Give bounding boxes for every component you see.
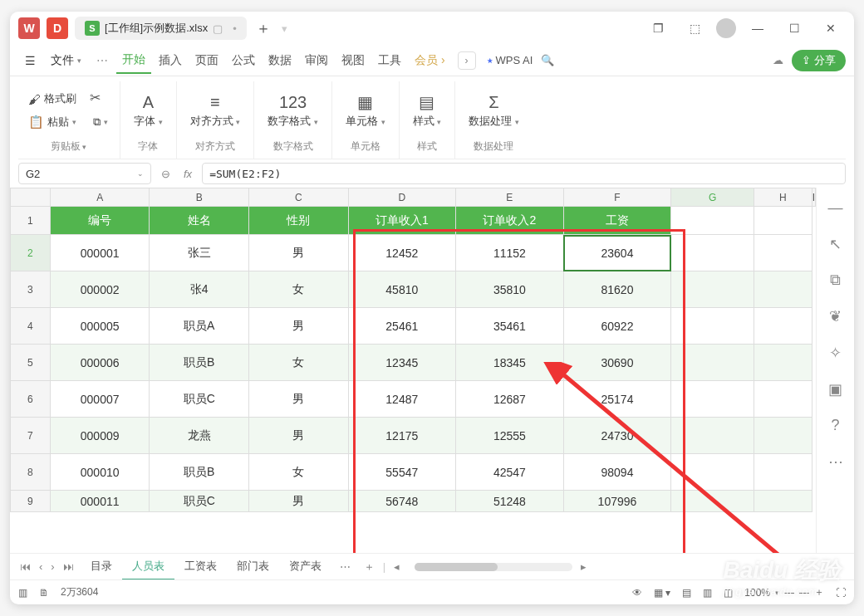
menu-审阅[interactable]: 审阅 bbox=[299, 48, 334, 73]
horizontal-scrollbar[interactable] bbox=[415, 563, 572, 571]
cloud-upload-icon[interactable]: ☁ bbox=[773, 54, 783, 66]
table-header-cell[interactable]: 订单收入1 bbox=[348, 207, 456, 235]
row-header-1[interactable]: 1 bbox=[11, 207, 51, 235]
sidepanel-cursor-icon[interactable]: ↖ bbox=[829, 235, 842, 253]
cell[interactable]: 男 bbox=[248, 381, 348, 418]
new-tab-button[interactable]: ＋ bbox=[253, 18, 273, 38]
cell[interactable]: 职员A bbox=[150, 308, 249, 345]
cell[interactable]: 男 bbox=[248, 235, 348, 271]
menu-开始[interactable]: 开始 bbox=[116, 47, 151, 74]
cell[interactable]: 000006 bbox=[50, 345, 150, 381]
cell[interactable]: 81620 bbox=[563, 271, 671, 308]
fx-icon[interactable]: fx bbox=[180, 168, 195, 180]
status-view1-icon[interactable]: ▤ bbox=[682, 587, 691, 599]
box-icon[interactable]: ⬚ bbox=[680, 17, 709, 40]
sheet-scroll-right[interactable]: ▸ bbox=[576, 560, 592, 573]
paste-button[interactable]: 📋粘贴▾ bbox=[25, 113, 80, 131]
col-header-I[interactable]: I bbox=[812, 188, 815, 207]
row-header-4[interactable]: 4 bbox=[11, 308, 51, 345]
cell[interactable]: 职员B bbox=[150, 454, 249, 491]
number-button[interactable]: 123数字格式 ▾ bbox=[263, 91, 323, 130]
sheet-nav-prev[interactable]: ‹ bbox=[36, 559, 46, 574]
search-icon[interactable]: 🔍 bbox=[541, 54, 554, 66]
sidepanel-book-icon[interactable]: ▣ bbox=[828, 380, 842, 398]
select-all-corner[interactable] bbox=[11, 188, 51, 207]
wps-logo-icon[interactable]: W bbox=[18, 17, 40, 39]
row-header-5[interactable]: 5 bbox=[11, 345, 51, 381]
cell[interactable]: 000011 bbox=[50, 491, 150, 512]
cancel-formula-icon[interactable]: ⊖ bbox=[158, 168, 174, 180]
cell[interactable]: 男 bbox=[248, 418, 348, 454]
cell[interactable]: 18345 bbox=[456, 345, 564, 381]
close-button[interactable]: ✕ bbox=[816, 17, 846, 40]
sidepanel-minus-icon[interactable]: — bbox=[828, 199, 843, 217]
cell[interactable]: 12487 bbox=[348, 381, 456, 418]
menu-公式[interactable]: 公式 bbox=[226, 48, 261, 73]
row-header-8[interactable]: 8 bbox=[11, 454, 51, 491]
row-header-6[interactable]: 6 bbox=[11, 381, 51, 418]
cell[interactable]: 12345 bbox=[348, 345, 456, 381]
fullscreen-icon[interactable]: ⛶ bbox=[836, 587, 846, 599]
row-header-2[interactable]: 2 bbox=[11, 235, 51, 271]
format-painter-button[interactable]: 🖌格式刷 bbox=[25, 90, 80, 108]
cell[interactable]: 23604 bbox=[563, 235, 671, 271]
col-header-H[interactable]: H bbox=[754, 188, 812, 207]
status-layout-icon[interactable]: ▥ bbox=[18, 587, 27, 599]
maximize-button[interactable]: ☐ bbox=[779, 17, 809, 40]
table-header-cell[interactable]: 姓名 bbox=[150, 207, 249, 235]
col-header-G[interactable]: G bbox=[671, 188, 754, 207]
sheet-tab-add[interactable]: ＋ bbox=[359, 560, 380, 574]
more-icon[interactable]: ⋯ bbox=[90, 51, 115, 71]
menu-视图[interactable]: 视图 bbox=[336, 48, 371, 73]
cell[interactable]: 000009 bbox=[50, 418, 150, 454]
sheet-area[interactable]: ABCDEFGHI1编号姓名性别订单收入1订单收入2工资2000001张三男12… bbox=[10, 188, 816, 553]
col-header-D[interactable]: D bbox=[348, 188, 456, 207]
sidepanel-leaf-icon[interactable]: ❦ bbox=[829, 307, 842, 325]
cell[interactable]: 45810 bbox=[348, 271, 456, 308]
menu-会员[interactable]: 会员 › bbox=[409, 48, 451, 73]
cell-button[interactable]: ▦单元格 ▾ bbox=[341, 90, 390, 130]
table-header-cell[interactable]: 工资 bbox=[563, 207, 671, 235]
table-header-cell[interactable]: 订单收入2 bbox=[456, 207, 564, 235]
sheet-tab-1[interactable]: 人员表 bbox=[122, 554, 174, 580]
zoom-dropdown[interactable]: ▾ bbox=[775, 589, 779, 597]
cell[interactable]: 107996 bbox=[563, 491, 671, 512]
formula-input[interactable]: =SUM(E2:F2) bbox=[202, 163, 846, 184]
multiwindow-icon[interactable]: ❐ bbox=[643, 17, 673, 40]
sidepanel-sparkle-icon[interactable]: ✧ bbox=[829, 344, 842, 362]
status-grid-icon[interactable]: ▦ ▾ bbox=[654, 587, 670, 599]
style-button[interactable]: ▤样式 ▾ bbox=[408, 90, 447, 130]
cell[interactable]: 55547 bbox=[348, 454, 456, 491]
cell[interactable]: 000002 bbox=[50, 271, 150, 308]
font-button[interactable]: A字体 ▾ bbox=[129, 91, 168, 130]
name-box[interactable]: G2 ⌄ bbox=[18, 163, 151, 184]
avatar[interactable] bbox=[716, 18, 736, 38]
cell[interactable]: 12687 bbox=[456, 381, 564, 418]
cell[interactable]: 女 bbox=[248, 454, 348, 491]
cell[interactable]: 25461 bbox=[348, 308, 456, 345]
cell[interactable]: 职员C bbox=[150, 491, 249, 512]
status-view2-icon[interactable]: ▥ bbox=[703, 587, 712, 599]
table-header-cell[interactable]: 编号 bbox=[50, 207, 150, 235]
cell[interactable]: 42547 bbox=[456, 454, 564, 491]
col-header-F[interactable]: F bbox=[563, 188, 671, 207]
cell[interactable]: 000007 bbox=[50, 381, 150, 418]
menu-scroll-right[interactable]: › bbox=[458, 51, 476, 70]
menu-工具[interactable]: 工具 bbox=[372, 48, 407, 73]
tab-display-icon[interactable]: ▢ bbox=[213, 22, 223, 35]
copy-dropdown[interactable]: ⧉▾ bbox=[90, 113, 111, 131]
cell[interactable]: 女 bbox=[248, 345, 348, 381]
new-tab-options[interactable]: ▾ bbox=[282, 22, 287, 35]
sidepanel-more-icon[interactable]: ⋯ bbox=[828, 452, 843, 471]
menu-插入[interactable]: 插入 bbox=[153, 48, 188, 73]
sheet-tab-more[interactable]: ⋯ bbox=[335, 560, 356, 573]
align-button[interactable]: ≡对齐方式 ▾ bbox=[185, 91, 246, 130]
cell[interactable]: 男 bbox=[248, 308, 348, 345]
status-page-icon[interactable]: 🗎 bbox=[39, 587, 49, 599]
cell[interactable]: 35810 bbox=[456, 271, 564, 308]
cell[interactable]: 12452 bbox=[348, 235, 456, 271]
sheet-nav-first[interactable]: ⏮ bbox=[17, 559, 34, 574]
cell[interactable]: 000005 bbox=[50, 308, 150, 345]
sheet-tab-0[interactable]: 目录 bbox=[81, 554, 122, 580]
hamburger-icon[interactable]: ☰ bbox=[18, 51, 42, 71]
